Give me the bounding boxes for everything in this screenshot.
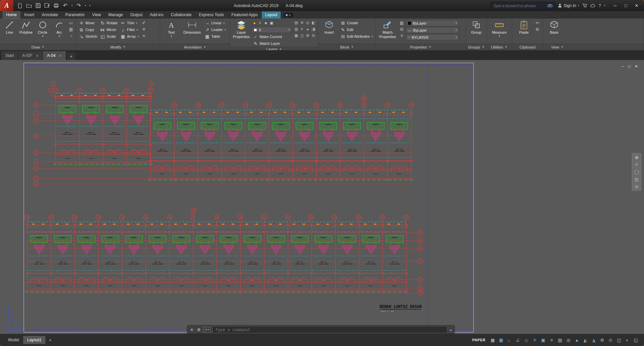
file-tab-a-03[interactable]: A-03*✕ (18, 51, 43, 60)
ribbon-tab-featured-apps[interactable]: Featured Apps (228, 11, 261, 19)
status-quick-properties-toggle[interactable]: ◫ (615, 336, 623, 344)
create-block-tool[interactable]: ⊞Create (339, 20, 374, 26)
text-tool[interactable]: A Text ▼ (162, 20, 181, 38)
ribbon-tab-annotate[interactable]: Annotate (38, 11, 61, 19)
layer-color-icon[interactable]: ▣ (269, 21, 274, 25)
sign-in-button[interactable]: Sign In ▾ (558, 3, 579, 8)
mirror-tool[interactable]: ⋈Mirror (99, 26, 118, 33)
dimension-tool[interactable]: Dimension (182, 20, 203, 35)
command-line[interactable]: ✕ ⚙ >▾ ▴ (187, 325, 454, 334)
layer-unisolate-tool[interactable]: ▥ (294, 27, 298, 31)
status-polar-tracking-toggle[interactable]: ∠ (514, 336, 522, 344)
redo-dropdown[interactable]: ▾ (83, 4, 87, 7)
erase-tool[interactable]: ✐ (141, 20, 147, 26)
fillet-tool[interactable]: ╭Fillet▾ (119, 26, 140, 33)
ribbon-display-options[interactable] (283, 13, 293, 18)
edit-block-tool[interactable]: ✎Edit (339, 26, 374, 33)
layer-thaw-icon[interactable]: ☀ (257, 21, 262, 25)
open-button[interactable] (25, 2, 33, 10)
leader-tool[interactable]: ↗Leader▾ (204, 26, 227, 33)
hatch-tool[interactable]: ▨ (68, 26, 74, 32)
sign-in-dropdown[interactable]: ▾ (578, 4, 579, 7)
circle-dropdown[interactable]: ▼ (41, 35, 44, 38)
maximize-button[interactable]: □ (620, 1, 631, 10)
linetype-dropdown[interactable]: ┄ BYLAYER ▾ (406, 34, 459, 40)
status-object-snap-tracking-toggle[interactable]: ✛ (531, 336, 539, 344)
ribbon-tab-add-ins[interactable]: Add-ins (146, 11, 167, 19)
file-tab-a-04[interactable]: A-04✕ (43, 51, 66, 60)
array-tool[interactable]: ▦Array▾ (119, 33, 140, 40)
ribbon-tab-collaborate[interactable]: Collaborate (168, 11, 195, 19)
layer-select-dropdown[interactable]: 0 ▾ (252, 27, 292, 33)
close-button[interactable]: ✕ (631, 1, 642, 10)
binoculars-search-icon[interactable] (547, 4, 552, 7)
layer-lock-tool[interactable]: ◧ (312, 21, 315, 25)
steering-wheel-icon[interactable]: ◉ (635, 155, 638, 160)
scale-tool[interactable]: ◱Scale (99, 33, 118, 40)
help-dropdown[interactable]: ▾ (604, 4, 605, 7)
drawing-close-button[interactable]: ✕ (635, 64, 638, 69)
new-file-button[interactable] (15, 2, 24, 10)
layer-freeze-tool[interactable]: ❄ (300, 21, 303, 25)
object-color-tool[interactable]: ▨ (399, 20, 405, 26)
help-search-input[interactable] (493, 4, 545, 8)
share-button[interactable] (590, 4, 596, 8)
undo-button[interactable]: ↶ (61, 2, 70, 10)
drawing-canvas[interactable]: PANTRYUNIT 1LANTAI DASARARCADEPANTRYUNIT… (0, 60, 644, 334)
drawing-restore-button[interactable]: □ (628, 64, 631, 69)
layer-vpfreeze-tool[interactable]: ◫ (300, 33, 303, 38)
help-search-box[interactable] (491, 2, 555, 9)
file-tab-close-icon[interactable]: ✕ (59, 54, 62, 58)
save-as-button[interactable] (43, 2, 51, 10)
status-graphics-performance-toggle[interactable]: ◐ (623, 336, 632, 344)
help-button[interactable]: ? (599, 3, 601, 8)
layer-lock-icon[interactable]: ■ (263, 21, 268, 25)
panel-caption-view[interactable]: View▼ (543, 43, 644, 50)
list-tool[interactable]: ⊟ (399, 26, 405, 32)
panel-caption-annotation[interactable]: Annotation▼ (160, 43, 230, 50)
app-store-button[interactable] (582, 3, 587, 8)
color-dropdown[interactable]: ByLayer ▾ (406, 20, 459, 26)
layer-on-icon[interactable]: ● (252, 21, 257, 25)
status-ortho-toggle[interactable]: ∟ (505, 336, 514, 344)
join-tool[interactable]: ≍ (141, 32, 147, 39)
base-tool[interactable]: Base (545, 20, 564, 35)
status-isometric-drafting-toggle[interactable]: ◇ (522, 336, 531, 344)
status-grid-toggle[interactable]: ▦ (497, 336, 505, 344)
status-annotation-scale-toggle[interactable]: ◮ (589, 336, 598, 344)
layer-on-all-tool[interactable]: ● (307, 27, 309, 31)
panel-caption-draw[interactable]: Draw▼ (0, 43, 76, 50)
status-snap-toggle[interactable]: ▩ (489, 336, 497, 344)
rotate-tool[interactable]: ↻Rotate (99, 20, 118, 26)
ribbon-tab-layout[interactable]: Layout (262, 11, 281, 19)
navigation-bar[interactable]: ◉ ✛ ◯ ▤ ⚙ (632, 153, 641, 191)
panel-caption-properties[interactable]: Properties▼ (376, 43, 466, 50)
trim-tool[interactable]: ✂Trim▾ (119, 20, 140, 26)
layout-tab-layout1[interactable]: Layout1 (23, 336, 46, 344)
status-clean-screen-toggle[interactable]: ◱ (632, 336, 640, 344)
undo-dropdown[interactable]: ▾ (70, 4, 74, 7)
layer-merge-tool[interactable]: ⊞ (306, 33, 309, 38)
panel-caption-utilities[interactable]: Utilities▼ (487, 43, 512, 50)
group-tool[interactable]: Group (468, 20, 485, 35)
space-toggle[interactable]: PAPER (472, 338, 486, 342)
command-history-toggle[interactable]: ▴ (449, 328, 453, 332)
layer-off-tool[interactable]: ◎ (306, 21, 310, 25)
status-annotation-monitor-toggle[interactable]: ⊙ (606, 336, 615, 344)
command-customize-icon[interactable]: ⚙ (196, 327, 202, 332)
measure-dropdown[interactable]: ▼ (498, 35, 501, 38)
match-properties-tool[interactable]: Match Properties (378, 20, 398, 39)
autocad-logo[interactable]: A (0, 0, 13, 11)
paste-tool[interactable]: Paste (514, 20, 533, 35)
copy-clip-tool[interactable]: ⧉ (534, 26, 540, 32)
polyline-tool[interactable]: Polyline (18, 20, 34, 35)
ribbon-tab-insert[interactable]: Insert (21, 11, 38, 19)
layout-drawing[interactable]: PANTRYUNIT 1LANTAI DASARARCADEPANTRYUNIT… (24, 63, 474, 333)
layer-delete-tool[interactable]: ⊟ (312, 33, 315, 38)
match-layer-tool[interactable]: ✎Match Layer (252, 40, 292, 47)
command-close-icon[interactable]: ✕ (189, 327, 194, 332)
line-tool[interactable]: Line (2, 20, 17, 35)
linetype-tool[interactable]: ≡ (399, 32, 405, 39)
file-tab-start[interactable]: Start (1, 51, 18, 60)
file-tab-close-icon[interactable]: ✕ (36, 54, 38, 58)
